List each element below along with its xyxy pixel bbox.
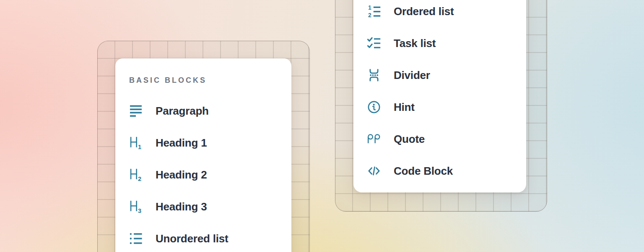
menu-item-hint[interactable]: Hint <box>353 91 526 123</box>
svg-text:2: 2 <box>368 12 371 18</box>
menu-item-label: Code Block <box>394 165 453 178</box>
menu-item-label: Hint <box>394 101 415 114</box>
menu-item-paragraph[interactable]: Paragraph <box>115 95 291 127</box>
menu-item-task-list[interactable]: Task list <box>353 27 526 59</box>
heading-2-icon: 2 <box>129 168 143 182</box>
menu-item-heading-2[interactable]: 2Heading 2 <box>115 159 291 191</box>
paragraph-icon <box>129 104 143 118</box>
heading-1-icon: 1 <box>129 136 143 150</box>
menu-item-label: Heading 3 <box>156 200 207 213</box>
menu-item-heading-1[interactable]: 1Heading 1 <box>115 127 291 159</box>
menu-item-unordered-list[interactable]: Unordered list <box>115 223 291 252</box>
menu-item-label: Heading 2 <box>156 168 207 181</box>
menu-item-label: Task list <box>394 37 436 50</box>
svg-text:1: 1 <box>138 144 141 150</box>
basic-blocks-item-list: Paragraph1Heading 12Heading 23Heading 3U… <box>115 95 291 252</box>
menu-item-ordered-list[interactable]: 12Ordered list <box>353 0 526 27</box>
svg-text:2: 2 <box>138 176 141 182</box>
advanced-blocks-item-list: 12Ordered listTask listDividerHintQuoteC… <box>353 0 526 187</box>
section-header-basic-blocks: BASIC BLOCKS <box>129 76 291 84</box>
menu-item-label: Divider <box>394 69 430 82</box>
menu-item-label: Heading 1 <box>156 136 207 150</box>
divider-icon <box>367 68 381 82</box>
menu-item-label: Paragraph <box>156 105 209 118</box>
svg-text:3: 3 <box>138 207 141 214</box>
menu-item-label: Quote <box>394 133 425 146</box>
advanced-blocks-menu: 12Ordered listTask listDividerHintQuoteC… <box>353 0 526 192</box>
menu-item-code-block[interactable]: Code Block <box>353 155 526 187</box>
menu-item-label: Unordered list <box>156 232 228 245</box>
menu-item-quote[interactable]: Quote <box>353 123 526 155</box>
menu-item-heading-3[interactable]: 3Heading 3 <box>115 191 291 223</box>
basic-blocks-menu: BASIC BLOCKS Paragraph1Heading 12Heading… <box>115 58 291 252</box>
svg-text:1: 1 <box>368 4 371 11</box>
heading-3-icon: 3 <box>129 200 143 214</box>
menu-item-label: Ordered list <box>394 5 454 18</box>
task-list-icon <box>367 36 381 50</box>
quote-icon <box>367 132 381 146</box>
code-block-icon <box>367 164 381 178</box>
hint-icon <box>367 100 381 114</box>
ordered-list-icon: 12 <box>367 4 381 18</box>
unordered-list-icon <box>129 231 143 246</box>
menu-item-divider[interactable]: Divider <box>353 59 526 91</box>
